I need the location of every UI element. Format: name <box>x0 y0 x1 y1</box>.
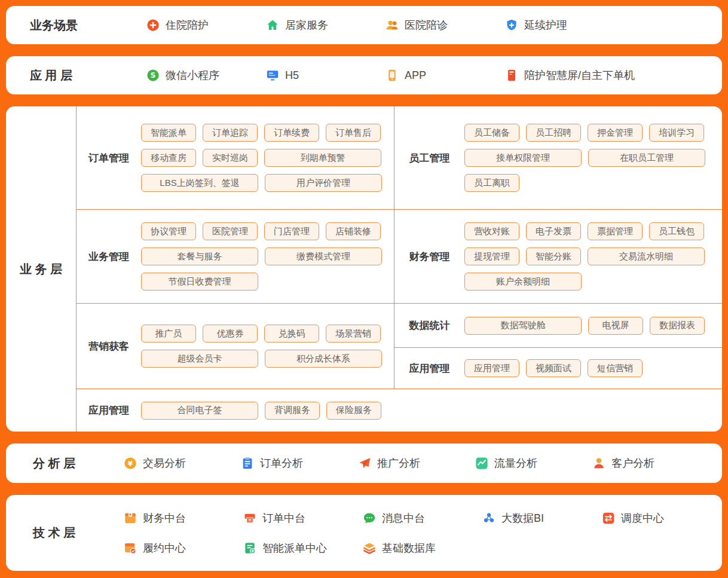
pill-row: 智能派单订单追踪订单续费订单售后 <box>141 124 382 142</box>
feature-pill: 员工离职 <box>464 174 519 192</box>
pill-row: 数据驾驶舱电视屏数据报表 <box>464 317 705 335</box>
layer-item-label: 客户分析 <box>611 456 654 470</box>
message-bubble-icon <box>363 512 376 525</box>
layer-item: ¥交易分析 <box>124 456 241 470</box>
section-label: 营销获客 <box>77 340 141 353</box>
pill-row: 推广员优惠券兑换码场景营销 <box>141 325 382 342</box>
section-pill-rows: 数据驾驶舱电视屏数据报表 <box>464 317 705 335</box>
feature-pill: 推广员 <box>141 325 196 342</box>
customer-icon <box>592 457 605 470</box>
wechat-miniprogram-icon: S <box>146 69 160 82</box>
kiosk-icon <box>505 69 518 82</box>
application-layer-card: 应 用 层 S微信小程序H5APP陪护智慧屏/自主下单机 <box>6 56 722 94</box>
analysis-layer-card: 分 析 层 ¥交易分析订单分析推广分析流量分析客户分析 <box>6 444 722 483</box>
feature-pill: 店铺装修 <box>326 222 381 240</box>
layer-item: 延续护理 <box>505 18 625 32</box>
tech-layer-label: 技 术 层 <box>33 525 124 541</box>
section-label: 应用管理 <box>77 403 141 417</box>
feature-pill: 积分成长体系 <box>265 350 382 368</box>
section-pill-rows: 员工储备员工招聘押金管理培训学习接单权限管理在职员工管理员工离职 <box>464 124 705 192</box>
layer-item: S微信小程序 <box>146 68 266 82</box>
feature-pill: 门店管理 <box>264 222 319 240</box>
clipboard-icon <box>241 457 254 470</box>
feature-pill: 到期单预警 <box>264 149 381 167</box>
feature-pill: 优惠券 <box>203 325 258 342</box>
pill-row: 接单权限管理在职员工管理 <box>464 149 705 167</box>
layer-item: H5 <box>266 69 386 82</box>
feature-pill: 应用管理 <box>464 359 519 377</box>
receipt-printer-icon <box>243 512 256 525</box>
pill-row: 协议管理医院管理门店管理店铺装修 <box>141 222 382 240</box>
layer-item: ¥财务中台 <box>124 511 243 525</box>
h5-monitor-icon <box>266 69 279 82</box>
people-icon <box>386 19 399 32</box>
layer-item: 订单分析 <box>241 456 358 470</box>
layer-item: 住院陪护 <box>146 18 266 32</box>
feature-pill: 提现管理 <box>464 247 519 265</box>
section-pill-rows: 合同电子签背调服务保险服务 <box>141 402 381 420</box>
pill-row: 超级会员卡积分成长体系 <box>141 350 382 368</box>
layer-item-label: 大数据BI <box>501 511 544 525</box>
section-pill-rows: 应用管理视频面试短信营销 <box>464 359 643 377</box>
business-section: 营销获客推广员优惠券兑换码场景营销超级会员卡积分成长体系 <box>77 304 394 389</box>
feature-pill: 交易流水明细 <box>588 247 705 265</box>
section-pill-rows: 营收对账电子发票票据管理员工钱包提现管理智能分账交易流水明细账户余额明细 <box>464 222 705 290</box>
layer-item-label: 陪护智慧屏/自主下单机 <box>524 68 635 82</box>
application-layer-label: 应 用 层 <box>30 68 146 84</box>
feature-pill: 兑换码 <box>264 325 319 342</box>
business-section: 应用管理应用管理视频面试短信营销 <box>394 348 722 389</box>
layer-item-label: 智能派单中心 <box>262 541 327 555</box>
layer-item: 订单中台 <box>243 511 363 525</box>
section-label: 员工管理 <box>394 151 464 165</box>
layer-item: 陪护智慧屏/自主下单机 <box>505 68 625 82</box>
business-layer-grid: 订单管理智能派单订单追踪订单续费订单售后移动查房实时巡岗到期单预警LBS上岗签到… <box>77 106 722 389</box>
pill-row: 套餐与服务缴费模式管理 <box>141 247 382 265</box>
feature-pill: 智能分账 <box>526 247 581 265</box>
feature-pill: 移动查房 <box>141 149 196 167</box>
business-left-column: 订单管理智能派单订单追踪订单续费订单售后移动查房实时巡岗到期单预警LBS上岗签到… <box>77 106 394 389</box>
feature-pill: 押金管理 <box>588 124 643 142</box>
layer-item: 大数据BI <box>482 511 602 525</box>
analysis-layer-items: ¥交易分析订单分析推广分析流量分析客户分析 <box>124 456 709 470</box>
pill-row: 员工离职 <box>464 174 705 192</box>
layer-item: 消息中台 <box>363 511 482 525</box>
business-layer-rail: 业 务 层 <box>6 106 76 432</box>
layer-item: 医院陪诊 <box>386 18 505 32</box>
smart-dispatch-card-icon <box>243 542 256 555</box>
feature-pill: 电视屏 <box>588 317 643 335</box>
feature-pill: 节假日收费管理 <box>141 273 258 290</box>
section-label: 应用管理 <box>394 362 464 375</box>
feature-pill: 缴费模式管理 <box>265 247 382 265</box>
yuan-coin-icon: ¥ <box>124 457 137 470</box>
layer-item-label: 履约中心 <box>143 541 186 555</box>
feature-pill: 智能派单 <box>141 124 196 142</box>
feature-pill: 短信营销 <box>588 359 643 377</box>
pill-row: 营收对账电子发票票据管理员工钱包 <box>464 222 705 240</box>
feature-pill: 实时巡岗 <box>203 149 258 167</box>
business-section: 员工管理员工储备员工招聘押金管理培训学习接单权限管理在职员工管理员工离职 <box>394 106 722 210</box>
svg-text:S: S <box>151 71 156 79</box>
finance-safe-icon: ¥ <box>124 512 137 525</box>
layer-item-label: 住院陪护 <box>166 18 209 32</box>
business-bottom-section: 应用管理合同电子签背调服务保险服务 <box>77 389 722 432</box>
feature-pill: 订单售后 <box>326 124 381 142</box>
feature-pill: 员工钱包 <box>649 222 704 240</box>
business-section: 业务管理协议管理医院管理门店管理店铺装修套餐与服务缴费模式管理节假日收费管理 <box>77 210 394 304</box>
layer-item: 推广分析 <box>358 456 475 470</box>
layer-item-label: 流量分析 <box>494 456 537 470</box>
section-label: 业务管理 <box>77 250 141 264</box>
medical-cross-icon <box>146 19 160 32</box>
section-pill-rows: 推广员优惠券兑换码场景营销超级会员卡积分成长体系 <box>141 325 382 368</box>
section-label: 订单管理 <box>77 151 141 165</box>
svg-text:¥: ¥ <box>128 460 133 468</box>
business-section: 订单管理智能派单订单追踪订单续费订单售后移动查房实时巡岗到期单预警LBS上岗签到… <box>77 106 394 210</box>
feature-pill: 账户余额明细 <box>464 273 582 290</box>
layer-item-label: 微信小程序 <box>166 68 219 82</box>
application-layer-items: S微信小程序H5APP陪护智慧屏/自主下单机 <box>146 68 625 82</box>
layer-item-label: 医院陪诊 <box>405 18 448 32</box>
feature-pill: 电子发票 <box>526 222 581 240</box>
scenario-layer-card: 业务场景 住院陪护居家服务医院陪诊延续护理 <box>6 6 722 44</box>
paper-plane-icon <box>358 457 371 470</box>
feature-pill: 数据报表 <box>650 317 705 335</box>
dispatch-arrows-icon <box>602 512 615 525</box>
